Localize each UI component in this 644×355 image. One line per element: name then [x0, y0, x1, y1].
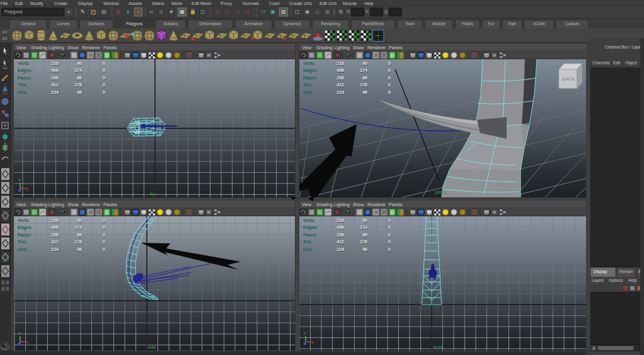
svg-text:BACK: BACK [562, 77, 575, 81]
svg-text:Y: Y [18, 332, 21, 335]
svg-text:X: X [311, 340, 314, 344]
svg-text:front: front [434, 344, 444, 350]
svg-text:Y: Y [18, 178, 21, 182]
svg-text:side: side [147, 344, 156, 350]
svg-text:Y: Y [304, 332, 306, 335]
svg-text:persp: persp [435, 189, 447, 195]
svg-text:top: top [150, 191, 156, 197]
svg-text:X: X [26, 187, 28, 191]
svg-text:X: X [26, 340, 28, 344]
